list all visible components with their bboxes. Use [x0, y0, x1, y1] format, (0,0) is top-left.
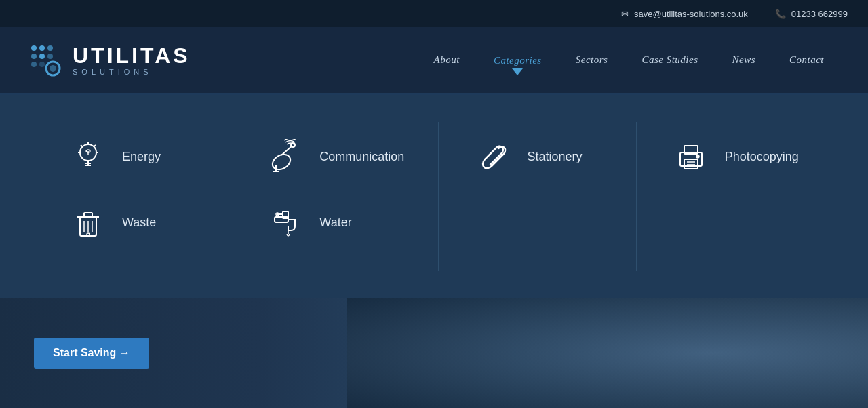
dropdown-col-3: Stationery — [439, 122, 636, 271]
top-bar: ✉ save@utilitas-solutions.co.uk 📞 01233 … — [0, 0, 868, 27]
phone-contact[interactable]: 📞 01233 662999 — [775, 9, 848, 19]
communication-icon — [265, 139, 306, 174]
photocopying-label: Photocopying — [725, 150, 799, 164]
svg-point-3 — [31, 54, 37, 59]
water-label: Water — [319, 216, 351, 230]
waste-icon — [68, 205, 108, 240]
dropdown-item-photocopying[interactable]: Photocopying — [657, 129, 814, 184]
logo-text: UTILITAS SOLUTIONS — [73, 45, 191, 76]
nav-item-categories-wrapper: Categories — [477, 54, 559, 66]
phone-number: 01233 662999 — [791, 9, 848, 19]
email-address: save@utilitas-solutions.co.uk — [634, 9, 748, 19]
dropdown-item-stationery[interactable]: Stationery — [459, 129, 615, 184]
nav-item-sectors[interactable]: Sectors — [559, 54, 625, 66]
svg-point-43 — [696, 155, 699, 158]
email-contact[interactable]: ✉ save@utilitas-solutions.co.uk — [621, 9, 748, 19]
svg-line-18 — [94, 145, 96, 146]
svg-point-7 — [39, 62, 45, 67]
svg-line-17 — [81, 145, 82, 146]
svg-point-9 — [50, 65, 56, 72]
stationery-icon — [473, 139, 513, 174]
dropdown-item-energy[interactable]: Energy — [54, 129, 210, 184]
nav-item-contact[interactable]: Contact — [772, 54, 841, 66]
nav-item-categories[interactable]: Categories — [477, 55, 559, 66]
logo-sub: SOLUTIONS — [73, 68, 191, 76]
dropdown-col-2: Communication Water — [231, 122, 439, 271]
svg-rect-22 — [84, 213, 92, 217]
dropdown-col-4: Photocopying — [637, 122, 834, 271]
svg-rect-40 — [684, 159, 698, 169]
svg-point-6 — [31, 62, 37, 67]
svg-point-5 — [47, 54, 53, 59]
svg-point-1 — [39, 45, 45, 51]
dropdown-col-1: Energy Waste — [34, 122, 231, 271]
start-saving-button[interactable]: Start Saving → — [34, 338, 149, 369]
svg-point-26 — [87, 233, 90, 236]
bottom-section: Start Saving → — [0, 298, 868, 408]
nav-item-news[interactable]: News — [715, 54, 772, 66]
email-icon: ✉ — [621, 9, 629, 19]
dropdown-item-waste[interactable]: Waste — [54, 195, 210, 250]
dropdown-item-communication[interactable]: Communication — [252, 129, 418, 184]
communication-label: Communication — [319, 150, 404, 164]
logo-icon — [27, 41, 64, 79]
nav-item-case-studies[interactable]: Case Studies — [625, 54, 715, 66]
svg-point-2 — [47, 45, 53, 51]
stationery-label: Stationery — [527, 150, 582, 164]
water-icon — [265, 205, 306, 240]
svg-point-4 — [39, 54, 45, 59]
svg-line-28 — [281, 146, 292, 155]
dropdown-item-water[interactable]: Water — [252, 195, 418, 250]
dropdown-caret — [512, 68, 523, 75]
nav-item-about[interactable]: About — [417, 54, 477, 66]
logo-name: UTILITAS — [73, 45, 191, 66]
svg-point-0 — [31, 45, 37, 51]
energy-icon — [68, 139, 108, 174]
photocopying-icon — [671, 139, 711, 174]
categories-dropdown: Energy Waste — [0, 95, 868, 298]
logo[interactable]: UTILITAS SOLUTIONS — [27, 41, 191, 79]
header: UTILITAS SOLUTIONS About Categories Sect… — [0, 27, 868, 95]
main-nav: About Categories Sectors Case Studies Ne… — [417, 54, 841, 66]
energy-label: Energy — [122, 150, 161, 164]
phone-icon: 📞 — [775, 9, 786, 19]
waste-label: Waste — [122, 216, 156, 230]
